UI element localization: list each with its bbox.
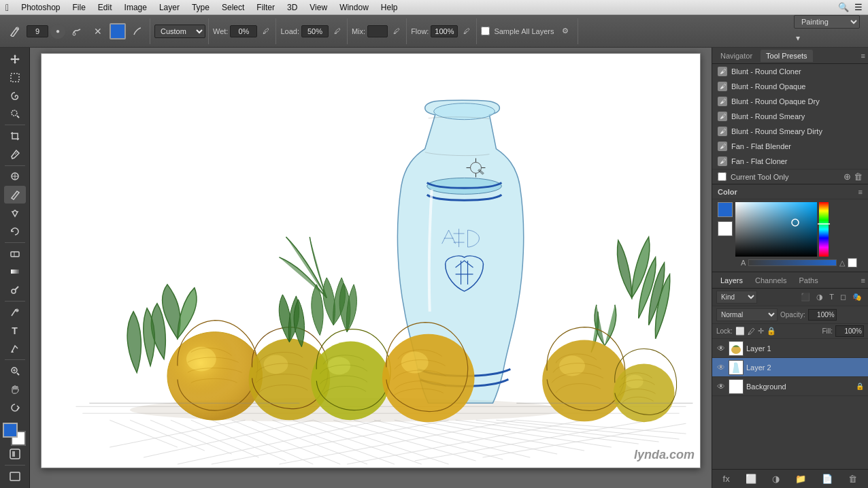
lasso-tool[interactable] (4, 87, 26, 105)
filter-pixel-icon[interactable]: ⬛ (799, 292, 812, 302)
clone-stamp-tool[interactable] (4, 204, 26, 222)
flow-input[interactable]: 100% (431, 25, 458, 37)
fg-color-box[interactable] (718, 202, 733, 217)
load-pressure-btn[interactable]: 🖊 (331, 22, 344, 41)
pen-tool[interactable] (4, 304, 26, 321)
menu-layer[interactable]: Layer (154, 1, 185, 14)
screen-mode-button[interactable] (4, 468, 26, 485)
preset-item-6[interactable]: 🖌 Fan - Flat Cloner (712, 154, 868, 169)
menu-file[interactable]: File (67, 1, 91, 14)
alpha-slider[interactable] (748, 259, 837, 266)
menu-3d[interactable]: 3D (282, 1, 303, 14)
quick-mask-button[interactable] (4, 446, 26, 463)
preset-item-5[interactable]: 🖌 Fan - Flat Blender (712, 139, 868, 154)
menu-help[interactable]: Help (375, 1, 403, 14)
layers-panel-menu[interactable]: ≡ (861, 276, 865, 284)
color-gradient-area[interactable] (735, 202, 863, 257)
load-input[interactable]: 50% (301, 25, 329, 37)
sample-icon-btn[interactable]: ⚙ (556, 22, 575, 41)
foreground-color-swatch[interactable] (3, 423, 18, 438)
eraser-tool[interactable] (4, 245, 26, 263)
brush-preset-picker[interactable]: ● (50, 24, 65, 39)
new-group-btn[interactable]: 📁 (792, 472, 809, 485)
lock-position-icon[interactable]: ✛ (758, 327, 764, 336)
tab-channels[interactable]: Channels (750, 275, 792, 286)
wet-input[interactable]: 0% (230, 25, 257, 37)
mix-input[interactable] (367, 25, 388, 37)
menu-image[interactable]: Image (119, 1, 152, 14)
zoom-tool[interactable] (4, 362, 26, 380)
new-fill-btn[interactable]: ◑ (769, 472, 782, 485)
fill-input[interactable] (835, 325, 864, 337)
gradient-tool[interactable] (4, 263, 26, 280)
kind-filter-select[interactable]: Kind Name Effect Mode Attribute Color (716, 291, 757, 304)
menu-window[interactable]: Window (334, 1, 374, 14)
brush-mode-select[interactable]: Custom Dry Moist Wet Very Wet (154, 25, 205, 38)
lock-transparent-icon[interactable]: ⬜ (735, 327, 745, 336)
menu-type[interactable]: Type (186, 1, 215, 14)
crop-tool[interactable] (4, 127, 26, 145)
rectangular-marquee-tool[interactable] (4, 69, 26, 86)
panel-menu-icon[interactable]: ≡ (861, 52, 865, 60)
preset-item-3[interactable]: 🖌 Blunt - Round Smeary (712, 109, 868, 124)
apple-menu[interactable]:  (5, 2, 9, 13)
layer-eye-1[interactable]: 👁 (716, 363, 726, 372)
layer-item-1[interactable]: 👁 Layer 2 (712, 358, 868, 377)
menu-filter[interactable]: Filter (251, 1, 280, 14)
brush-tool-button[interactable] (5, 22, 24, 41)
path-selection-tool[interactable] (4, 340, 26, 357)
filter-type-icon[interactable]: T (827, 292, 836, 302)
preset-new-icon[interactable]: ⊕ (844, 172, 851, 182)
preset-item-4[interactable]: 🖌 Blunt - Round Smeary Dirty (712, 124, 868, 139)
blend-mode-select[interactable]: Normal Dissolve Multiply Screen Overlay (716, 308, 778, 321)
preset-item-2[interactable]: 🖌 Blunt - Round Opaque Dry (712, 94, 868, 109)
bg-color-box[interactable] (718, 221, 733, 236)
flow-pressure-btn[interactable]: 🖊 (460, 22, 473, 41)
mix-pressure-btn[interactable]: 🖊 (390, 22, 403, 41)
current-tool-only-checkbox[interactable] (718, 172, 727, 181)
tab-tool-presets[interactable]: Tool Presets (761, 50, 813, 62)
tab-layers[interactable]: Layers (715, 275, 748, 286)
menu-edit[interactable]: Edit (93, 1, 118, 14)
delete-layer-btn[interactable]: 🗑 (846, 472, 860, 485)
menu-photoshop[interactable]: Photoshop (16, 1, 65, 14)
eyedropper-tool[interactable] (4, 146, 26, 163)
layer-item-2[interactable]: 👁 Background 🔒 (712, 377, 868, 396)
sample-all-layers-checkbox[interactable] (481, 27, 490, 35)
brush-size-input[interactable]: 9 (27, 25, 48, 37)
menu-select[interactable]: Select (216, 1, 250, 14)
opacity-input[interactable] (808, 309, 837, 321)
workspace-config-btn[interactable]: ▾ (788, 29, 807, 48)
layer-item-0[interactable]: 👁 Layer 1 (712, 339, 868, 358)
color-swatch[interactable] (110, 23, 126, 39)
wet-pressure-btn[interactable]: 🖊 (259, 22, 273, 41)
menu-view[interactable]: View (304, 1, 333, 14)
tab-navigator[interactable]: Navigator (715, 50, 758, 62)
tablet-pressure-button[interactable] (128, 22, 147, 41)
alpha-swatch[interactable] (848, 258, 857, 267)
preset-item-0[interactable]: 🖌 Blunt - Round Cloner (712, 64, 868, 79)
lock-all-icon[interactable]: 🔒 (767, 327, 776, 336)
text-tool[interactable]: T (4, 322, 26, 340)
mixer-brush-tool[interactable] (4, 186, 26, 204)
filter-adjust-icon[interactable]: ◑ (814, 292, 825, 302)
history-brush-tool[interactable] (4, 223, 26, 240)
quick-selection-tool[interactable] (4, 105, 26, 123)
workspace-select[interactable]: Painting Essentials Photography (794, 15, 860, 29)
layer-mask-btn[interactable]: ⬜ (743, 472, 759, 485)
lock-image-icon[interactable]: 🖊 (748, 327, 755, 336)
preset-item-1[interactable]: 🖌 Blunt - Round Opaque (712, 79, 868, 94)
canvas[interactable]: lynda.com (41, 53, 701, 468)
preset-delete-icon[interactable]: 🗑 (854, 172, 863, 182)
canvas-area[interactable]: lynda.com (30, 48, 712, 488)
filter-shape-icon[interactable]: ◻ (838, 292, 848, 302)
filter-smart-icon[interactable]: 🎭 (850, 292, 864, 302)
search-icon[interactable]: 🔍 (838, 2, 849, 12)
tab-paths[interactable]: Paths (794, 275, 824, 286)
layer-fx-btn[interactable]: fx (720, 472, 733, 485)
layer-eye-2[interactable]: 👁 (716, 382, 726, 391)
rotate-view-tool[interactable] (4, 399, 26, 417)
move-tool[interactable] (4, 50, 26, 68)
dodge-tool[interactable] (4, 281, 26, 299)
color-panel-menu[interactable]: ≡ (858, 188, 863, 196)
